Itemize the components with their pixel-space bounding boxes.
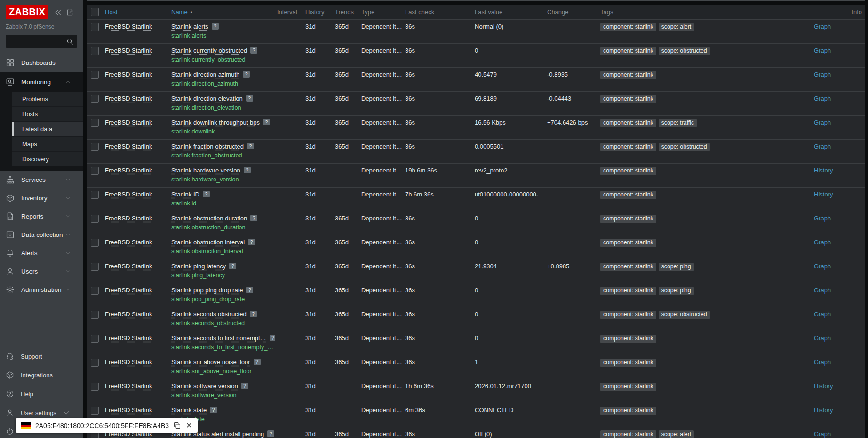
column-header-host[interactable]: Host (103, 5, 169, 20)
description-question-icon[interactable]: ? (250, 47, 257, 54)
tag-chip[interactable]: component: starlink (600, 23, 656, 31)
item-name-link[interactable]: Starlink seconds to first nonempt… (171, 335, 266, 342)
sort-link-name[interactable]: Name (171, 8, 188, 16)
item-name-link[interactable]: Starlink currently obstructed (171, 47, 247, 54)
tag-chip[interactable]: scope: obstructed (659, 143, 710, 151)
tag-chip[interactable]: component: starlink (600, 239, 656, 247)
description-question-icon[interactable]: ? (250, 311, 257, 317)
item-name-link[interactable]: Starlink snr above noise floor (171, 359, 250, 366)
item-key[interactable]: starlink.snr_above_noise_floor (171, 368, 272, 375)
item-name-link[interactable]: Starlink seconds obstructed (171, 311, 247, 318)
item-key[interactable]: starlink.alerts (171, 32, 272, 39)
tag-chip[interactable]: scope: alert (659, 430, 694, 438)
sidebar-item-integrations[interactable]: Integrations (0, 366, 83, 384)
select-all-checkbox[interactable] (91, 8, 99, 16)
item-key[interactable]: starlink.seconds_to_first_nonempty_… (171, 344, 272, 351)
host-link[interactable]: FreeBSD Starlink (105, 143, 152, 150)
graph-history-link[interactable]: Graph (814, 263, 831, 270)
host-link[interactable]: FreeBSD Starlink (105, 263, 152, 270)
item-name-link[interactable]: Starlink obstruction duration (171, 215, 247, 222)
row-checkbox[interactable] (91, 335, 99, 343)
graph-history-link[interactable]: Graph (814, 119, 831, 126)
sidebar-item-discovery[interactable]: Discovery (12, 151, 83, 166)
tag-chip[interactable]: component: starlink (600, 430, 656, 438)
row-checkbox[interactable] (91, 311, 99, 319)
description-question-icon[interactable]: ? (212, 23, 219, 30)
row-checkbox[interactable] (91, 143, 99, 151)
description-question-icon[interactable]: ? (241, 383, 248, 389)
description-question-icon[interactable]: ? (246, 287, 253, 293)
sidebar-item-administration[interactable]: Administration (0, 281, 83, 299)
item-key[interactable]: starlink.pop_ping_drop_rate (171, 296, 272, 303)
tag-chip[interactable]: scope: alert (659, 23, 694, 31)
host-link[interactable]: FreeBSD Starlink (105, 287, 152, 294)
host-link[interactable]: FreeBSD Starlink (105, 383, 152, 390)
item-key[interactable]: starlink.hardware_version (171, 176, 272, 183)
description-question-icon[interactable]: ? (247, 143, 254, 149)
graph-history-link[interactable]: Graph (814, 143, 831, 150)
tag-chip[interactable]: component: starlink (600, 407, 656, 415)
item-key[interactable]: starlink.ping_latency (171, 272, 272, 279)
sidebar-item-services[interactable]: Services (0, 171, 83, 189)
item-name-link[interactable]: Starlink ID (171, 191, 199, 198)
host-link[interactable]: FreeBSD Starlink (105, 23, 152, 30)
description-question-icon[interactable]: ? (246, 95, 253, 102)
graph-history-link[interactable]: Graph (814, 359, 831, 366)
description-question-icon[interactable]: ? (244, 167, 251, 173)
graph-history-link[interactable]: History (814, 383, 833, 390)
graph-history-link[interactable]: Graph (814, 47, 831, 54)
tag-chip[interactable]: scope: ping (659, 263, 694, 271)
description-question-icon[interactable]: ? (248, 239, 255, 245)
sidebar-item-dashboards[interactable]: Dashboards (0, 54, 83, 72)
row-checkbox[interactable] (91, 191, 99, 199)
column-header-name[interactable]: Name▲ (169, 5, 275, 20)
tag-chip[interactable]: component: starlink (600, 335, 656, 343)
sidebar-item-inventory[interactable]: Inventory (0, 189, 83, 207)
sidebar-item-monitoring[interactable]: Monitoring (0, 72, 83, 92)
graph-history-link[interactable]: Graph (814, 71, 831, 78)
collapse-sidebar-icon[interactable] (54, 8, 62, 16)
host-link[interactable]: FreeBSD Starlink (105, 71, 152, 78)
description-question-icon[interactable]: ? (263, 119, 270, 125)
row-checkbox[interactable] (91, 383, 99, 391)
row-checkbox[interactable] (91, 47, 99, 55)
host-link[interactable]: FreeBSD Starlink (105, 407, 152, 414)
graph-history-link[interactable]: Graph (814, 430, 831, 438)
row-checkbox[interactable] (91, 239, 99, 247)
item-key[interactable]: starlink.direction_azimuth (171, 80, 272, 87)
item-key[interactable]: starlink.fraction_obstructed (171, 152, 272, 159)
item-key[interactable]: starlink.direction_elevation (171, 104, 272, 111)
description-question-icon[interactable]: ? (254, 359, 261, 365)
sidebar-item-users[interactable]: Users (0, 262, 83, 281)
graph-history-link[interactable]: Graph (814, 95, 831, 102)
sidebar-item-alerts[interactable]: Alerts (0, 244, 83, 262)
graph-history-link[interactable]: History (814, 167, 833, 174)
graph-history-link[interactable]: Graph (814, 215, 831, 222)
close-icon[interactable]: ✕ (185, 422, 192, 430)
row-checkbox[interactable] (91, 287, 99, 295)
graph-history-link[interactable]: Graph (814, 287, 831, 294)
host-link[interactable]: FreeBSD Starlink (105, 119, 152, 126)
tag-chip[interactable]: scope: traffic (659, 119, 697, 127)
host-link[interactable]: FreeBSD Starlink (105, 335, 152, 342)
host-link[interactable]: FreeBSD Starlink (105, 359, 152, 366)
description-question-icon[interactable]: ? (203, 191, 210, 197)
tag-chip[interactable]: component: starlink (600, 143, 656, 151)
tag-chip[interactable]: component: starlink (600, 383, 656, 391)
description-question-icon[interactable]: ? (250, 215, 257, 221)
copy-icon[interactable] (173, 422, 181, 430)
item-name-link[interactable]: Starlink direction azimuth (171, 71, 239, 78)
host-link[interactable]: FreeBSD Starlink (105, 167, 152, 174)
tag-chip[interactable]: component: starlink (600, 167, 656, 175)
tag-chip[interactable]: component: starlink (600, 71, 656, 79)
graph-history-link[interactable]: Graph (814, 335, 831, 342)
item-name-link[interactable]: Starlink fraction obstructed (171, 143, 244, 150)
description-question-icon[interactable]: ? (243, 71, 250, 78)
row-checkbox[interactable] (91, 71, 99, 79)
sidebar-item-support[interactable]: Support (0, 347, 83, 366)
row-checkbox[interactable] (91, 119, 99, 127)
host-link[interactable]: FreeBSD Starlink (105, 311, 152, 318)
row-checkbox[interactable] (91, 23, 99, 31)
sidebar-item-maps[interactable]: Maps (12, 136, 83, 151)
item-name-link[interactable]: Starlink direction elevation (171, 95, 243, 102)
